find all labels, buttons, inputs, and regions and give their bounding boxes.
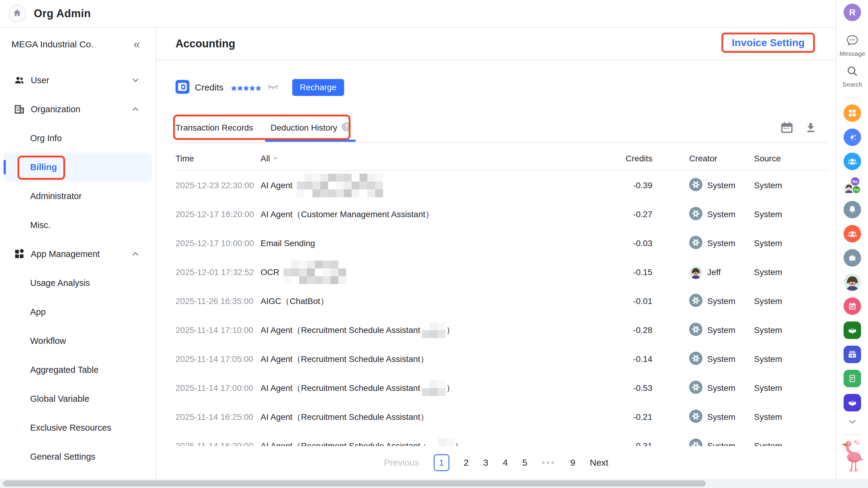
sidebar-item-app[interactable]: App <box>0 297 156 326</box>
sidebar-item-user[interactable]: User <box>0 66 156 95</box>
table-row[interactable]: 2025-11-14 17:00:00AI Agent（Recruitment … <box>176 374 817 403</box>
col-header-credits: Credits <box>613 154 652 163</box>
creator-name: Jeff <box>707 268 721 277</box>
row-creator: System <box>689 380 754 396</box>
app-calendar[interactable] <box>843 297 861 315</box>
calendar-icon <box>843 297 861 315</box>
dock-search-button[interactable]: Search <box>842 65 863 88</box>
flamingo-mascot[interactable] <box>839 439 865 474</box>
row-description: AI Agent（Recruitment Schedule Assistant … <box>260 380 613 396</box>
type-filter-value: All <box>260 154 270 163</box>
tab-transaction-records[interactable]: Transaction Records <box>176 123 253 133</box>
table-row[interactable]: 2025-12-01 17:32:52OCR-0.15JeffSystem <box>176 258 817 287</box>
pagination-previous[interactable]: Previous <box>384 458 419 468</box>
sidebar-item-misc[interactable]: Misc. <box>0 211 156 240</box>
help-icon[interactable]: ? <box>341 122 351 134</box>
row-credits: -0.15 <box>613 268 652 277</box>
redacted-text-mosaic <box>422 380 445 396</box>
creator-name: System <box>707 181 735 190</box>
home-button[interactable] <box>8 5 26 22</box>
creator-name: System <box>707 210 735 219</box>
user-avatar[interactable]: R <box>843 4 861 21</box>
home-icon <box>13 8 22 19</box>
app-blocks-purple[interactable] <box>843 394 861 411</box>
row-creator: System <box>689 352 754 367</box>
calendar-filter-icon[interactable] <box>780 121 794 134</box>
row-description-text: AI Agent（Recruitment Schedule Assistant） <box>260 354 429 365</box>
deduction-history-table: 2025-12-23 22:30:00AI Agent-0.39SystemSy… <box>176 171 817 446</box>
table-row[interactable]: 2025-11-14 16:20:00AI Agent（Recruitment … <box>176 432 817 446</box>
app-hr-people[interactable] <box>843 225 861 243</box>
invoice-setting-link[interactable]: Invoice Setting <box>721 33 815 53</box>
app-money[interactable] <box>843 346 861 363</box>
pagination-page-4[interactable]: 4 <box>503 458 508 468</box>
download-icon[interactable] <box>805 122 817 133</box>
app-briefcase[interactable] <box>843 249 861 267</box>
pagination-ellipsis[interactable]: ••• <box>542 458 556 468</box>
table-row[interactable]: 2025-12-17 16:20:00AI Agent（Customer Man… <box>176 200 817 229</box>
sidebar-item-billing[interactable]: Billing <box>4 153 152 182</box>
sidebar-item-global-variable[interactable]: Global Variable <box>0 384 156 413</box>
app-grid[interactable] <box>843 104 861 122</box>
sidebar-item-usage-analysis[interactable]: Usage Analysis <box>0 268 156 297</box>
row-credits: -0.14 <box>613 355 652 364</box>
sidebar-item-label: Global Variable <box>30 394 89 404</box>
sidebar-item-general-settings[interactable]: General Settings <box>0 442 156 471</box>
sidebar-item-aggregated-table[interactable]: Aggregated Table <box>0 355 156 384</box>
table-row[interactable]: 2025-11-14 16:25:00AI Agent（Recruitment … <box>176 403 817 432</box>
table-row[interactable]: 2025-11-14 17:05:00AI Agent（Recruitment … <box>176 345 817 374</box>
credits-wallet-icon <box>176 80 189 95</box>
sidebar-item-workflow[interactable]: Workflow <box>0 326 156 355</box>
sidebar-item-organization[interactable]: Organization <box>0 95 156 124</box>
dock-divider-2 <box>844 434 861 435</box>
pagination-page-1[interactable]: 1 <box>434 454 450 471</box>
row-time: 2025-11-14 16:25:00 <box>176 412 260 422</box>
dock-message-button[interactable]: Message <box>839 33 865 57</box>
sidebar-item-exclusive-resources[interactable]: Exclusive Resources <box>0 413 156 442</box>
chevron-down-icon <box>272 154 279 163</box>
sidebar-item-administrator[interactable]: Administrator <box>0 182 156 211</box>
row-creator: System <box>689 294 754 309</box>
credits-summary: Credits ***** Recharge <box>176 79 344 96</box>
app-blocks-green[interactable] <box>843 322 861 339</box>
horizontal-scrollbar-thumb[interactable] <box>3 481 706 487</box>
pagination-page-2[interactable]: 2 <box>464 458 469 468</box>
people-icon <box>843 153 861 170</box>
lego-icon <box>843 394 861 411</box>
app-ai-bolt[interactable] <box>843 128 861 146</box>
tab-deduction-history[interactable]: Deduction History ? <box>271 122 351 134</box>
sidebar-item-app-management[interactable]: App Management <box>0 240 156 268</box>
sidebar-item-org-info[interactable]: Org Info <box>0 124 156 153</box>
system-gear-icon <box>689 207 703 222</box>
row-source: System <box>754 181 817 190</box>
eye-closed-icon[interactable] <box>267 83 279 92</box>
pagination-page-9[interactable]: 9 <box>570 458 576 468</box>
app-doc[interactable] <box>843 370 861 387</box>
type-filter-dropdown[interactable]: All <box>260 154 279 163</box>
row-credits: -0.39 <box>613 181 652 190</box>
pagination-next[interactable]: Next <box>590 458 608 468</box>
sidebar-item-label: User <box>31 75 49 85</box>
row-description: AIGC（ChatBot） <box>260 296 613 307</box>
table-row[interactable]: 2025-11-26 16:35:00AIGC（ChatBot）-0.01Sys… <box>176 287 817 316</box>
table-row[interactable]: 2025-12-17 10:00:00Email Sending-0.03Sys… <box>176 229 817 258</box>
row-time: 2025-11-14 17:05:00 <box>176 355 260 364</box>
recharge-button[interactable]: Recharge <box>292 79 344 96</box>
pagination-page-3[interactable]: 3 <box>483 458 488 468</box>
sidebar-collapse-icon[interactable]: « <box>134 39 140 50</box>
row-creator: System <box>689 178 754 193</box>
system-gear-icon <box>689 236 703 251</box>
creator-name: System <box>707 326 735 335</box>
pagination-page-5[interactable]: 5 <box>522 458 527 468</box>
app-contacts[interactable] <box>843 153 861 170</box>
app-notifications[interactable] <box>843 201 861 218</box>
app-profile[interactable] <box>843 273 861 291</box>
dock-collapse-chevron-icon[interactable] <box>847 417 857 428</box>
app-avatar-cluster[interactable]: RoFa <box>843 177 861 194</box>
table-row[interactable]: 2025-11-14 17:10:00AI Agent（Recruitment … <box>176 316 817 345</box>
table-row[interactable]: 2025-12-23 22:30:00AI Agent-0.39SystemSy… <box>176 171 817 200</box>
row-creator: System <box>689 236 754 251</box>
row-credits: -0.31 <box>613 441 652 446</box>
redacted-text-mosaic <box>422 323 445 338</box>
lego-icon <box>843 322 861 339</box>
